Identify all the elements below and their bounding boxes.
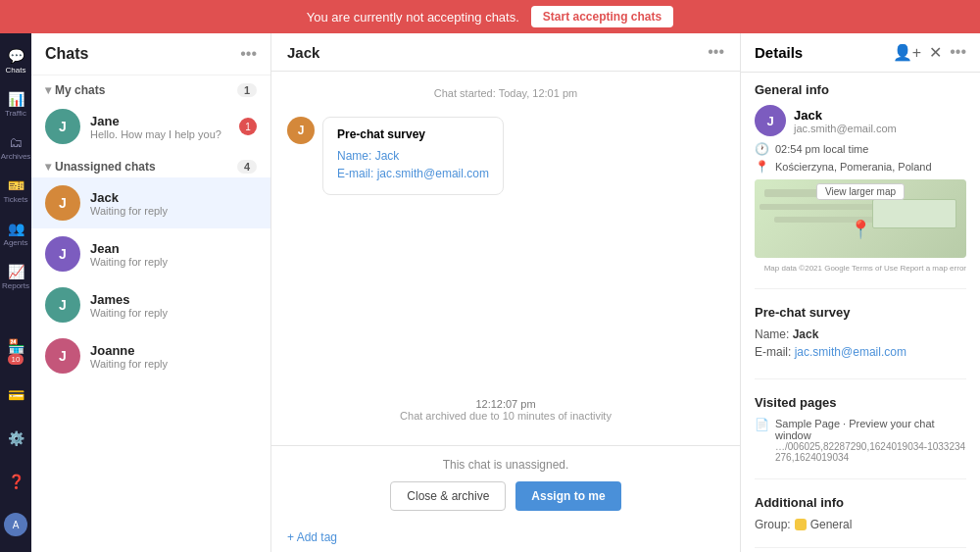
chat-item-jean[interactable]: J Jean Waiting for reply — [31, 228, 270, 279]
visited-pages-section: Visited pages 📄 Sample Page · Preview yo… — [755, 395, 966, 463]
avatar-joanne: J — [45, 338, 80, 374]
survey-name-row: Name: Jack — [755, 327, 966, 341]
nav-item-settings[interactable]: ⚙️ — [0, 419, 31, 458]
billing-icon: 💳 — [8, 387, 24, 403]
nav-item-tickets[interactable]: 🎫 Tickets — [0, 171, 31, 210]
my-chats-group-label: ▾My chats 1 — [31, 75, 270, 101]
map-credit: Map data ©2021 Google Terms of Use Repor… — [755, 264, 966, 273]
avatar-jean: J — [45, 236, 80, 272]
icon-nav: 💬 Chats 📊 Traffic 🗂 Archives 🎫 Tickets 👥… — [0, 33, 31, 552]
archive-label: 12:12:07 pm Chat archived due to 10 minu… — [287, 398, 724, 422]
nav-item-avatar[interactable]: A — [0, 505, 31, 544]
chat-item-james[interactable]: J James Waiting for reply — [31, 279, 270, 330]
pre-chat-survey-title: Pre-chat survey — [755, 305, 966, 320]
visitor-name: Jack — [794, 108, 897, 123]
chat-footer-actions: Close & archive Assign to me — [287, 481, 724, 511]
chat-item-jack[interactable]: J Jack Waiting for reply — [31, 177, 270, 228]
survey-email-row: E-mail: jac.smith@email.com — [755, 345, 966, 359]
marketplace-icon: 🏪 — [8, 338, 24, 354]
chat-item-jane[interactable]: J Jane Hello. How may I help you? 1 — [31, 101, 270, 152]
nav-item-archives[interactable]: 🗂 Archives — [0, 127, 31, 167]
traffic-icon: 📊 — [8, 91, 24, 107]
chat-list-title: Chats — [45, 45, 88, 63]
view-larger-map-button[interactable]: View larger map — [816, 183, 905, 200]
map-placeholder: View larger map 📍 — [755, 179, 966, 258]
start-accepting-button[interactable]: Start accepting chats — [531, 6, 673, 27]
reports-icon: 📈 — [8, 264, 24, 279]
chat-messages: Chat started: Today, 12:01 pm J Pre-chat… — [271, 72, 740, 445]
add-tag-area: + Add tag — [271, 523, 740, 552]
location-icon: 📍 — [755, 160, 769, 174]
avatar-james: J — [45, 287, 80, 323]
visitor-avatar: J — [755, 105, 786, 136]
general-info-title: General info — [755, 82, 966, 97]
unassigned-text: This chat is unassigned. — [287, 458, 724, 472]
avatar-jack: J — [45, 185, 80, 221]
nav-item-agents[interactable]: 👥 Agents — [0, 214, 31, 253]
details-header: Details 👤+ ✕ ••• — [741, 33, 980, 73]
chat-main: Jack ••• Chat started: Today, 12:01 pm J… — [271, 33, 740, 552]
unread-badge-jane: 1 — [239, 118, 257, 135]
chat-item-joanne[interactable]: J Joanne Waiting for reply — [31, 330, 270, 381]
pre-chat-card: Pre-chat survey Name: Jack E-mail: jac.s… — [322, 117, 504, 195]
chat-started-label: Chat started: Today, 12:01 pm — [287, 87, 724, 99]
assign-to-me-button[interactable]: Assign to me — [515, 481, 620, 511]
help-icon: ❓ — [8, 474, 24, 489]
chats-icon: 💬 — [8, 48, 24, 64]
chat-list-header: Chats ••• — [31, 33, 270, 75]
page-icon: 📄 — [755, 418, 769, 431]
close-archive-button[interactable]: Close & archive — [390, 481, 506, 511]
tickets-icon: 🎫 — [8, 177, 24, 193]
details-body: General info J Jack jac.smith@email.com … — [741, 73, 980, 552]
agents-icon: 👥 — [8, 221, 24, 236]
details-menu-button[interactable]: ••• — [950, 43, 966, 62]
clock-icon: 🕐 — [755, 142, 769, 156]
pre-chat-name-row: Name: Jack — [337, 149, 489, 163]
unassigned-chats-group-label: ▾Unassigned chats 4 — [31, 152, 270, 177]
map-pin: 📍 — [850, 219, 871, 240]
nav-item-chats[interactable]: 💬 Chats — [0, 41, 31, 80]
nav-item-help[interactable]: ❓ — [0, 462, 31, 501]
nav-item-marketplace[interactable]: 🏪 10 — [0, 332, 31, 372]
details-panel: Details 👤+ ✕ ••• General info J Jack jac… — [740, 33, 980, 552]
pre-chat-email-row: E-mail: jac.smith@email.com — [337, 167, 489, 180]
details-title: Details — [755, 44, 803, 61]
visitor-email: jac.smith@email.com — [794, 123, 897, 134]
user-avatar: A — [4, 513, 27, 536]
visited-pages-title: Visited pages — [755, 395, 966, 410]
settings-icon: ⚙️ — [8, 430, 24, 446]
chat-list-menu-button[interactable]: ••• — [240, 45, 257, 63]
general-info-section: General info J Jack jac.smith@email.com … — [755, 82, 966, 273]
pre-chat-card-title: Pre-chat survey — [337, 127, 489, 141]
page-url: …/006025,82287290,1624019034-1033234276,… — [775, 441, 966, 463]
additional-info-title: Additional info — [755, 495, 966, 510]
avatar-jane: J — [45, 109, 80, 144]
group-row: Group: General — [755, 518, 966, 531]
group-badge — [795, 519, 807, 530]
chat-main-menu-button[interactable]: ••• — [708, 43, 724, 61]
pre-chat-bubble: J Pre-chat survey Name: Jack E-mail: jac… — [287, 117, 724, 195]
close-details-button[interactable]: ✕ — [929, 43, 942, 62]
notification-banner: You are currently not accepting chats. S… — [0, 0, 980, 33]
nav-item-traffic[interactable]: 📊 Traffic — [0, 84, 31, 124]
nav-item-reports[interactable]: 📈 Reports — [0, 257, 31, 296]
banner-text: You are currently not accepting chats. — [307, 10, 519, 25]
archives-icon: 🗂 — [9, 134, 23, 150]
add-visitor-button[interactable]: 👤+ — [893, 43, 921, 62]
page-title: Sample Page · Preview your chat window — [775, 418, 966, 441]
page-item: 📄 Sample Page · Preview your chat window… — [755, 418, 966, 463]
location-row: 📍 Kościerzyna, Pomerania, Poland — [755, 160, 966, 174]
chat-list-panel: Chats ••• ▾My chats 1 J Jane Hello. How … — [31, 33, 271, 552]
chat-main-header: Jack ••• — [271, 33, 740, 72]
pre-chat-survey-section: Pre-chat survey Name: Jack E-mail: jac.s… — [755, 305, 966, 363]
nav-item-billing[interactable]: 💳 — [0, 376, 31, 415]
bubble-avatar-jack: J — [287, 117, 315, 144]
chat-title: Jack — [287, 44, 319, 61]
chat-footer: This chat is unassigned. Close & archive… — [271, 445, 740, 523]
additional-info-section: Additional info Group: General — [755, 495, 966, 531]
add-tag-link[interactable]: + Add tag — [287, 527, 337, 548]
local-time-row: 🕐 02:54 pm local time — [755, 142, 966, 156]
